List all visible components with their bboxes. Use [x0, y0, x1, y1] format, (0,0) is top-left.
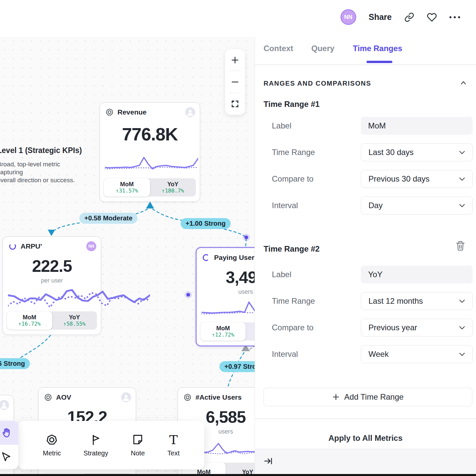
- metric-card-revenue[interactable]: Revenue 776.8K MoM ↑31.57% YoY ↑180.7%: [100, 102, 200, 202]
- mom-toggle-option[interactable]: MoM ↑12.72%: [200, 322, 246, 341]
- interval-caption: Interval: [272, 197, 298, 214]
- note-tool-button[interactable]: Note: [131, 434, 145, 457]
- owner-avatar-placeholder-icon: [0, 400, 9, 410]
- metric-hexagon-icon: [183, 393, 192, 402]
- plus-icon: [332, 393, 340, 401]
- sparkline-chart: [105, 155, 198, 172]
- divider: [255, 418, 476, 419]
- comparison-toggle: MoM ↑16.72% YoY ↑58.55%: [7, 311, 97, 330]
- time-range-caption: Time Range: [272, 292, 315, 310]
- divider: [255, 64, 476, 65]
- metric-card-arpu[interactable]: ARPU' NN 222.5 per user MoM ↑16.72% YoY …: [3, 236, 101, 335]
- chevron-down-icon: [459, 326, 465, 330]
- owner-avatar-placeholder-icon: [121, 392, 131, 402]
- panel-footer: [255, 449, 476, 476]
- delete-time-range-trash-icon[interactable]: [455, 240, 465, 251]
- metric-tree-canvas[interactable]: Level 1 (Strategic KPIs) Broad, top-leve…: [0, 37, 255, 476]
- collapse-panel-icon[interactable]: [264, 456, 273, 466]
- comparison-toggle: MoM ↑31.57% YoY ↑180.7%: [104, 178, 196, 197]
- active-tab-indicator: [366, 61, 392, 63]
- yoy-toggle-option[interactable]: YoY ↑58.55%: [52, 311, 97, 330]
- metric-tool-button[interactable]: Metric: [43, 434, 61, 457]
- cursor-icon: [1, 451, 12, 462]
- canvas-toolbar: Metric Strategy Note T Text: [18, 421, 204, 469]
- yoy-toggle-option[interactable]: YoY ↑180.7%: [150, 178, 196, 197]
- share-button[interactable]: Share: [369, 12, 392, 22]
- metric-card-title: #Active Users: [196, 393, 242, 401]
- metric-hexagon-icon: [105, 108, 114, 117]
- correlation-label-arpu[interactable]: 66 Strong: [0, 358, 30, 369]
- metric-card-title: Paying Users': [214, 254, 255, 262]
- fit-view-button[interactable]: [225, 93, 245, 115]
- compare-to-caption: Compare to: [272, 319, 313, 337]
- canvas-tool-strip: [0, 421, 18, 469]
- settings-panel: Context Query Time Ranges RANGES AND COM…: [255, 37, 476, 476]
- mom-toggle-option[interactable]: MoM ↑31.57%: [104, 178, 150, 197]
- note-icon: [131, 434, 144, 446]
- comparison-toggle: MoM ↑12.72%: [200, 322, 255, 341]
- text-icon: T: [169, 434, 178, 446]
- strategy-tool-button[interactable]: Strategy: [84, 434, 108, 457]
- add-time-range-button[interactable]: Add Time Range: [264, 388, 472, 406]
- correlation-label-revenue-paying[interactable]: +1.00 Strong: [181, 218, 231, 229]
- text-tool-button[interactable]: T Text: [167, 434, 180, 457]
- chevron-down-icon: [459, 150, 465, 154]
- zoom-controls: [225, 49, 245, 115]
- time-range-1-title: Time Range #1: [264, 100, 320, 109]
- label-caption: Label: [272, 266, 291, 283]
- label-input[interactable]: MoM: [361, 117, 473, 135]
- interval-select[interactable]: Day: [361, 197, 473, 214]
- chevron-down-icon: [459, 299, 465, 303]
- compare-to-caption: Compare to: [272, 170, 313, 188]
- sparkline-chart: [201, 298, 255, 316]
- metric-value: 776.8K: [100, 124, 200, 144]
- more-menu-button[interactable]: [449, 16, 460, 18]
- owner-avatar: NN: [86, 241, 96, 251]
- zoom-out-button[interactable]: [225, 71, 245, 93]
- metric-card-title: Revenue: [118, 108, 147, 116]
- metric-hexagon-icon: [45, 434, 58, 446]
- hand-icon: [1, 427, 12, 438]
- zoom-in-button[interactable]: [225, 49, 245, 71]
- time-range-caption: Time Range: [272, 143, 315, 161]
- label-caption: Label: [272, 117, 291, 135]
- app-header: NN Share: [0, 0, 476, 37]
- select-tool-button[interactable]: [0, 445, 18, 469]
- time-range-select[interactable]: Last 12 months: [361, 292, 473, 310]
- collapse-section-chevron-icon[interactable]: [460, 80, 467, 86]
- metric-unit: per user: [3, 277, 101, 284]
- label-input[interactable]: YoY: [361, 266, 473, 283]
- time-range-select[interactable]: Last 30 days: [361, 143, 473, 161]
- time-range-2-title: Time Range #2: [264, 244, 320, 254]
- yoy-toggle-option[interactable]: [246, 322, 255, 341]
- sparkline-chart: [8, 286, 150, 311]
- section-title: RANGES AND COMPARISONS: [264, 80, 371, 87]
- tab-time-ranges[interactable]: Time Ranges: [353, 44, 402, 53]
- interval-select[interactable]: Week: [361, 345, 473, 363]
- metric-arc-icon: [202, 253, 210, 262]
- compare-to-select[interactable]: Previous 30 days: [361, 170, 473, 188]
- tab-query[interactable]: Query: [311, 44, 334, 53]
- correlation-label-revenue-arpu[interactable]: +0.58 Moderate: [79, 213, 137, 224]
- metric-arc-icon: [8, 242, 17, 251]
- hand-tool-button[interactable]: [0, 421, 18, 445]
- owner-avatar-placeholder-icon: [185, 107, 195, 117]
- tab-context[interactable]: Context: [264, 44, 293, 53]
- metric-unit: users: [197, 288, 255, 295]
- metric-card-paying-users[interactable]: Paying Users' 3,499 users MoM ↑12.72%: [196, 247, 255, 346]
- link-icon[interactable]: [404, 12, 414, 22]
- metric-value: 222.5: [3, 257, 101, 276]
- apply-to-all-metrics-button[interactable]: Apply to All Metrics: [255, 434, 476, 443]
- metric-card-title: ARPU': [21, 242, 42, 250]
- interval-caption: Interval: [272, 345, 298, 363]
- chevron-down-icon: [459, 203, 465, 207]
- mom-toggle-option[interactable]: MoM ↑16.72%: [7, 311, 52, 330]
- window-edge: [0, 474, 476, 476]
- correlation-label-paying-active[interactable]: +0.97 Strong: [219, 361, 255, 372]
- compare-to-select[interactable]: Previous year: [361, 319, 473, 337]
- favorite-heart-icon[interactable]: [427, 12, 437, 22]
- metric-value: 3,499: [197, 268, 255, 287]
- user-avatar[interactable]: NN: [341, 9, 356, 25]
- metric-hexagon-icon: [44, 393, 52, 402]
- flag-icon: [90, 434, 102, 446]
